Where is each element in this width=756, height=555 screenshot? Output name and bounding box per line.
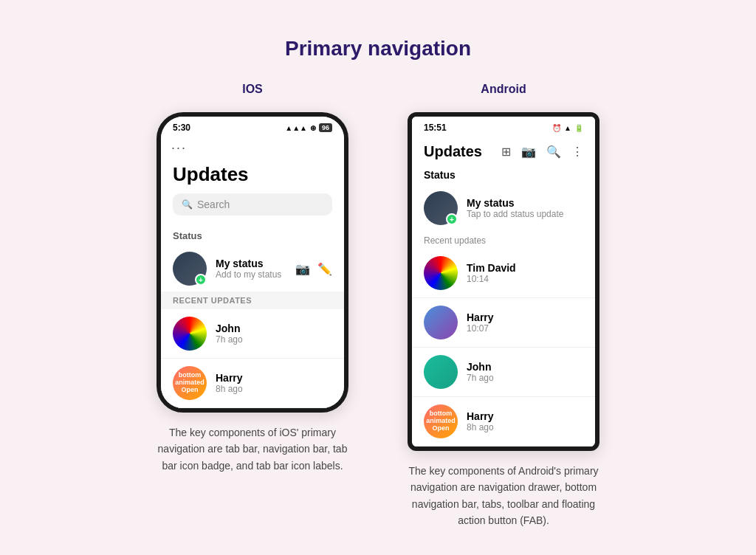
android-tim-name: Tim David bbox=[467, 262, 516, 274]
ios-my-status-sub: Add to my status bbox=[216, 269, 286, 280]
android-plus-badge: + bbox=[446, 213, 458, 225]
android-description: The key components of Android's primary … bbox=[408, 463, 599, 529]
android-alarm-icon: ⏰ bbox=[552, 124, 561, 132]
page-container: Primary navigation IOS 5:30 ▲▲▲ ⊛ 96 ··· bbox=[16, 15, 740, 555]
android-tim-avatar bbox=[424, 256, 458, 290]
ios-my-status-avatar: + bbox=[173, 252, 207, 286]
android-platform-label: Android bbox=[481, 83, 526, 96]
camera-icon[interactable]: 📷 bbox=[521, 145, 536, 159]
ios-my-status-row[interactable]: + My status Add to my status 📷 ✏️ bbox=[161, 246, 344, 292]
ios-john-time: 7h ago bbox=[216, 334, 243, 345]
android-john-time: 7h ago bbox=[467, 373, 494, 383]
ios-harry-avatar: bottomanimatedOpen bbox=[173, 366, 207, 400]
android-recent-updates-label: Recent updates bbox=[412, 231, 595, 249]
ios-my-status-name: My status bbox=[216, 258, 286, 269]
android-harry2-time: 8h ago bbox=[467, 422, 494, 432]
android-time: 15:51 bbox=[424, 123, 447, 133]
camera-icon[interactable]: 📷 bbox=[295, 262, 310, 276]
android-update-john[interactable]: John 7h ago bbox=[412, 348, 595, 397]
ios-phone-frame: 5:30 ▲▲▲ ⊛ 96 ··· Updates 🔍 Search bbox=[157, 112, 348, 413]
ios-harry-time: 8h ago bbox=[216, 384, 243, 394]
android-tim-time: 10:14 bbox=[467, 274, 516, 284]
qr-icon[interactable]: ⊞ bbox=[501, 145, 511, 159]
ios-status-actions[interactable]: 📷 ✏️ bbox=[295, 262, 332, 276]
ios-app-content: ··· Updates 🔍 Search Status + My stat bbox=[161, 136, 344, 408]
android-status-section-label: Status bbox=[412, 166, 595, 185]
ios-status-section-label: Status bbox=[161, 226, 344, 246]
android-battery-icon: 🔋 bbox=[574, 124, 583, 132]
more-icon[interactable]: ⋮ bbox=[571, 145, 583, 159]
android-status-icons: ⏰ ▲ 🔋 bbox=[552, 124, 583, 132]
android-harry1-time: 10:07 bbox=[467, 323, 494, 334]
android-john-name: John bbox=[467, 361, 494, 373]
android-app-title: Updates bbox=[424, 143, 482, 160]
phones-row: IOS 5:30 ▲▲▲ ⊛ 96 ··· Updates 🔍 bbox=[46, 83, 710, 529]
ios-dots: ··· bbox=[161, 136, 344, 160]
ios-update-harry[interactable]: bottomanimatedOpen Harry 8h ago bbox=[161, 359, 344, 408]
ios-signal-icon: ▲▲▲ bbox=[285, 124, 307, 132]
android-update-harry2[interactable]: bottomanimatedOpen Harry 8h ago bbox=[412, 397, 595, 447]
ios-recent-updates-label: RECENT UPDATES bbox=[161, 292, 344, 309]
ios-john-avatar bbox=[173, 317, 207, 351]
ios-harry-name: Harry bbox=[216, 372, 243, 384]
ios-john-name: John bbox=[216, 323, 243, 334]
ios-battery: 96 bbox=[319, 123, 332, 132]
pencil-icon[interactable]: ✏️ bbox=[317, 262, 332, 276]
android-my-status-name: My status bbox=[467, 197, 563, 209]
ios-section: IOS 5:30 ▲▲▲ ⊛ 96 ··· Updates 🔍 bbox=[149, 83, 356, 474]
plus-badge: + bbox=[195, 274, 207, 286]
ios-wifi-icon: ⊛ bbox=[310, 124, 316, 132]
android-harry1-name: Harry bbox=[467, 311, 494, 323]
android-my-status-row[interactable]: + My status Tap to add status update bbox=[412, 185, 595, 231]
android-section: Android 15:51 ⏰ ▲ 🔋 Updates ⊞ 📷 bbox=[400, 83, 607, 529]
ios-app-title: Updates bbox=[161, 160, 344, 193]
ios-description: The key components of iOS' primary navig… bbox=[157, 424, 348, 474]
android-my-status-sub: Tap to add status update bbox=[467, 209, 563, 219]
ios-search-placeholder: Search bbox=[197, 199, 230, 210]
ios-update-john[interactable]: John 7h ago bbox=[161, 309, 344, 359]
android-my-status-avatar: + bbox=[424, 191, 458, 225]
android-signal-icon: ▲ bbox=[564, 124, 571, 132]
android-update-tim[interactable]: Tim David 10:14 bbox=[412, 249, 595, 298]
android-harry2-name: Harry bbox=[467, 410, 494, 422]
search-icon[interactable]: 🔍 bbox=[546, 145, 561, 159]
page-title: Primary navigation bbox=[46, 37, 710, 61]
android-harry2-avatar: bottomanimatedOpen bbox=[424, 404, 458, 438]
search-icon: 🔍 bbox=[182, 199, 193, 210]
android-status-bar: 15:51 ⏰ ▲ 🔋 bbox=[412, 117, 595, 136]
ios-status-bar: 5:30 ▲▲▲ ⊛ 96 bbox=[161, 117, 344, 136]
android-phone-frame: 15:51 ⏰ ▲ 🔋 Updates ⊞ 📷 🔍 ⋮ bbox=[408, 112, 599, 451]
android-update-harry1[interactable]: Harry 10:07 bbox=[412, 298, 595, 348]
ios-status-icons: ▲▲▲ ⊛ 96 bbox=[285, 123, 332, 132]
ios-platform-label: IOS bbox=[242, 83, 263, 96]
android-app-header: Updates ⊞ 📷 🔍 ⋮ bbox=[412, 136, 595, 166]
android-header-icons[interactable]: ⊞ 📷 🔍 ⋮ bbox=[501, 145, 583, 159]
ios-search-bar[interactable]: 🔍 Search bbox=[173, 193, 332, 216]
ios-time: 5:30 bbox=[173, 123, 190, 133]
android-john-avatar bbox=[424, 355, 458, 389]
android-harry1-avatar bbox=[424, 306, 458, 339]
